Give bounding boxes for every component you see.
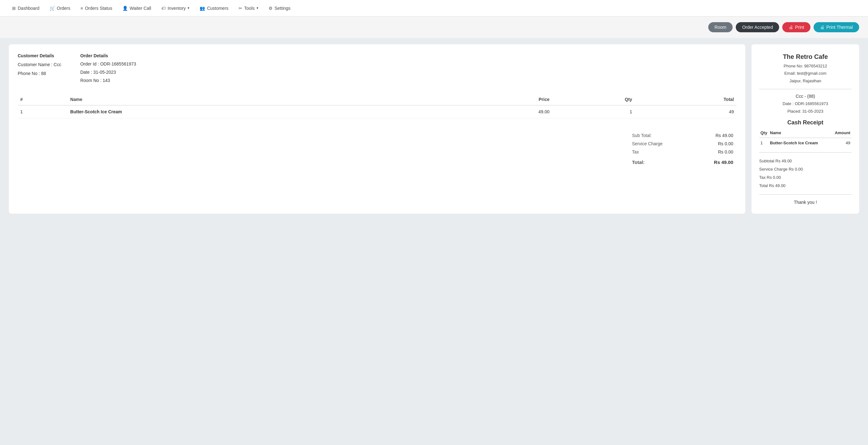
- service-charge-label: Service Charge: [629, 140, 692, 147]
- nav-inventory[interactable]: 🏷 Inventory ▾: [157, 4, 194, 13]
- nav-orders[interactable]: 🛒 Orders: [45, 4, 75, 13]
- receipt-order-id: Date : ODR-1685561973: [759, 100, 851, 107]
- receipt-panel: The Retro Cafe Phone No: 9876543212 Emai…: [752, 44, 859, 214]
- customer-name: Customer Name : Ccc: [18, 62, 61, 67]
- row-total: 49: [634, 106, 736, 118]
- receipt-placed: Placed: 31-05-2023: [759, 108, 851, 115]
- col-header-total: Total: [634, 94, 736, 106]
- receipt-totals: Subtotal Rs 49.00 Service Charge Rs 0.00…: [759, 157, 851, 190]
- order-room-no: Room No : 143: [80, 78, 136, 83]
- inventory-icon: 🏷: [161, 6, 166, 11]
- nav-dashboard-label: Dashboard: [18, 6, 39, 11]
- service-charge-value: Rs 0.00: [693, 140, 736, 147]
- tools-icon: ✂: [239, 6, 242, 11]
- order-info: Order Details Order Id : ODR-1685561973 …: [80, 53, 136, 86]
- orders-icon: 🛒: [50, 6, 55, 11]
- print-thermal-icon: 🖨: [820, 25, 824, 30]
- receipt-thank-you: Thank you !: [759, 200, 851, 205]
- nav-orders-status-label: Orders Status: [85, 6, 112, 11]
- receipt-col-amount: Amount: [830, 129, 851, 138]
- receipt-items-table: Qty Name Amount 1 Butter-Scotch Ice Crea…: [759, 129, 851, 148]
- inventory-chevron-icon: ▾: [188, 6, 189, 10]
- receipt-contact: Phone No: 9876543212 Email: test@gmail.c…: [759, 62, 851, 85]
- nav-settings-label: Settings: [275, 6, 291, 11]
- receipt-service-charge: Service Charge Rs 0.00: [759, 165, 851, 173]
- receipt-subtotal: Subtotal Rs 49.00: [759, 157, 851, 165]
- nav-tools[interactable]: ✂ Tools ▾: [234, 4, 263, 13]
- receipt-tax: Tax Rs 0.00: [759, 173, 851, 182]
- row-qty: 1: [552, 106, 634, 118]
- navbar: ⊞ Dashboard 🛒 Orders ≡ Orders Status 👤 W…: [0, 0, 868, 17]
- receipt-customer-line: Ccc - (88): [759, 94, 851, 99]
- order-accepted-button[interactable]: Order Accepted: [736, 22, 779, 32]
- table-row: 1 Butter-Scotch Ice Cream 49.00 1 49: [18, 106, 736, 118]
- col-header-price: Price: [445, 94, 552, 106]
- grand-total-label: Total:: [629, 156, 692, 166]
- print-button[interactable]: 🖨 Print: [782, 22, 810, 32]
- main-content: Customer Details Customer Name : Ccc Pho…: [0, 38, 868, 220]
- grand-total-value: Rs 49.00: [693, 156, 736, 166]
- tools-chevron-icon: ▾: [256, 6, 258, 10]
- nav-waiter-call[interactable]: 👤 Waiter Call: [118, 4, 156, 13]
- receipt-order-info: Date : ODR-1685561973 Placed: 31-05-2023: [759, 100, 851, 115]
- totals-table: Sub Total: Rs 49.00 Service Charge Rs 0.…: [629, 131, 736, 167]
- receipt-row-name: Butter-Scotch Ice Cream: [769, 138, 830, 148]
- row-name: Butter-Scotch Ice Cream: [68, 106, 445, 118]
- items-table: # Name Price Qty Total 1 Butter-Scotch I…: [18, 94, 736, 118]
- tax-value: Rs 0.00: [693, 148, 736, 156]
- order-details-title: Order Details: [80, 53, 136, 58]
- customer-phone: Phone No : 88: [18, 71, 61, 76]
- customer-details-title: Customer Details: [18, 53, 61, 58]
- receipt-total: Total Rs 49.00: [759, 182, 851, 190]
- receipt-email: Email: test@gmail.com: [759, 70, 851, 77]
- nav-waiter-call-label: Waiter Call: [130, 6, 151, 11]
- sub-total-value: Rs 49.00: [693, 132, 736, 139]
- receipt-divider-3: [759, 194, 851, 195]
- receipt-divider-1: [759, 89, 851, 89]
- nav-tools-label: Tools: [244, 6, 255, 11]
- receipt-table-row: 1 Butter-Scotch Ice Cream 49: [759, 138, 851, 148]
- waiter-call-icon: 👤: [122, 6, 128, 11]
- receipt-col-qty: Qty: [759, 129, 769, 138]
- dashboard-icon: ⊞: [12, 6, 16, 11]
- receipt-cash-title: Cash Receipt: [759, 119, 851, 126]
- receipt-row-amount: 49: [830, 138, 851, 148]
- totals-section: Sub Total: Rs 49.00 Service Charge Rs 0.…: [18, 131, 736, 167]
- print-thermal-button[interactable]: 🖨 Print Thermal: [814, 22, 859, 32]
- receipt-row-qty: 1: [759, 138, 769, 148]
- customer-order-section: Customer Details Customer Name : Ccc Pho…: [18, 53, 736, 86]
- row-num: 1: [18, 106, 68, 118]
- nav-dashboard[interactable]: ⊞ Dashboard: [8, 4, 44, 13]
- row-price: 49.00: [445, 106, 552, 118]
- nav-customers-label: Customers: [207, 6, 228, 11]
- tax-label: Tax: [629, 148, 692, 156]
- receipt-divider-2: [759, 152, 851, 153]
- col-header-name: Name: [68, 94, 445, 106]
- receipt-cafe-name: The Retro Cafe: [759, 53, 851, 60]
- order-date: Date : 31-05-2023: [80, 70, 136, 75]
- col-header-qty: Qty: [552, 94, 634, 106]
- settings-icon: ⚙: [269, 6, 273, 11]
- room-button[interactable]: Room: [708, 22, 733, 32]
- receipt-location: Jaipur, Rajasthan: [759, 77, 851, 85]
- nav-settings[interactable]: ⚙ Settings: [264, 4, 295, 13]
- receipt-phone: Phone No: 9876543212: [759, 62, 851, 70]
- order-id: Order Id : ODR-1685561973: [80, 61, 136, 66]
- nav-customers[interactable]: 👥 Customers: [195, 4, 233, 13]
- sub-total-label: Sub Total:: [629, 132, 692, 139]
- col-header-num: #: [18, 94, 68, 106]
- toolbar: Room Order Accepted 🖨 Print 🖨 Print Ther…: [0, 17, 868, 38]
- left-panel: Customer Details Customer Name : Ccc Pho…: [9, 44, 745, 214]
- nav-orders-status[interactable]: ≡ Orders Status: [76, 4, 117, 13]
- customers-icon: 👥: [199, 6, 205, 11]
- nav-inventory-label: Inventory: [168, 6, 186, 11]
- nav-orders-label: Orders: [57, 6, 70, 11]
- print-icon: 🖨: [788, 25, 793, 30]
- customer-info: Customer Details Customer Name : Ccc Pho…: [18, 53, 61, 86]
- receipt-col-name: Name: [769, 129, 830, 138]
- orders-status-icon: ≡: [80, 6, 83, 11]
